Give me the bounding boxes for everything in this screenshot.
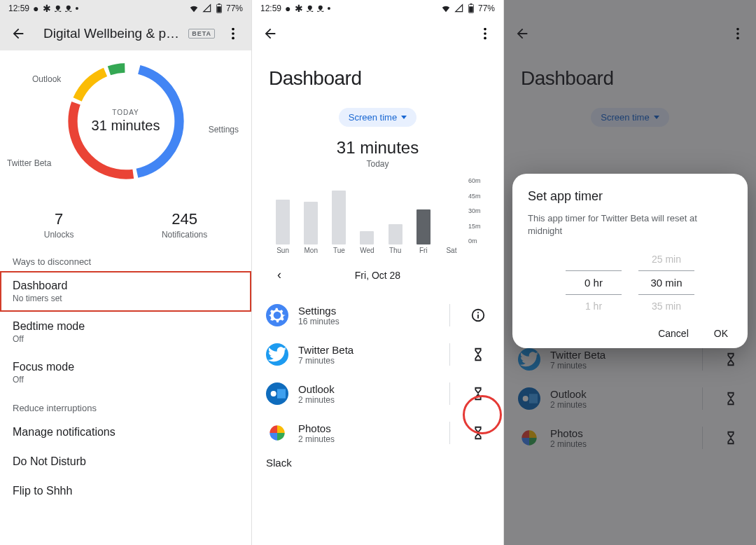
row-manage-notif[interactable]: Manage notifications (0, 418, 251, 447)
bar-thu[interactable] (388, 224, 402, 244)
date-nav: ‹ Fri, Oct 28 (252, 254, 503, 296)
row-dashboard[interactable]: Dashboard No timers set (0, 271, 251, 312)
dialog-desc: This app timer for Twitter Beta will res… (528, 212, 732, 237)
xlabel: Sat (438, 247, 465, 254)
app-row[interactable]: Photos2 minutes (252, 413, 503, 453)
svg-point-5 (232, 37, 234, 40)
annot-twitter: Twitter Beta (7, 158, 51, 168)
app-list: Settings16 minutesTwitter Beta7 minutesO… (252, 296, 503, 453)
picker-hours[interactable]: 0 hr 1 hr (566, 248, 622, 317)
row-focus[interactable]: Focus mode Off (0, 352, 251, 393)
xlabel: Sun (269, 247, 297, 254)
stat-notifications[interactable]: 245 Notifications (162, 210, 207, 240)
xlabel: Tue (325, 247, 353, 254)
annot-outlook: Outlook (32, 74, 61, 84)
battery-pct: 77% (478, 4, 495, 13)
info-button[interactable] (465, 303, 491, 328)
picker-minutes[interactable]: 25 min 30 min 35 min (638, 248, 694, 317)
more-icon: • (76, 4, 79, 13)
bar-fri[interactable] (416, 209, 430, 244)
back-button[interactable] (256, 20, 284, 48)
svg-rect-11 (470, 4, 472, 4)
app-name: Twitter Beta (298, 344, 434, 356)
svg-rect-20 (277, 389, 286, 398)
battery-pct: 77% (226, 4, 243, 13)
app-bar (252, 17, 503, 50)
svg-point-14 (484, 32, 486, 35)
svg-point-21 (271, 391, 276, 396)
app-icon (266, 304, 288, 326)
back-button[interactable] (4, 20, 32, 48)
timer-button[interactable] (465, 420, 491, 446)
donut-label: TODAY (112, 109, 139, 116)
donut-value: 31 minutes (92, 118, 160, 134)
bar-sun[interactable] (276, 200, 290, 244)
section-ways: Ways to disconnect (0, 247, 251, 271)
beta-badge: BETA (188, 29, 215, 39)
ok-button[interactable]: OK (710, 327, 732, 340)
ylabel: 15m (468, 223, 486, 230)
status-bar: 12:59 ● ✱ ᴥ ᴥ • 77% (0, 0, 251, 17)
divider (449, 382, 450, 405)
svg-rect-18 (477, 315, 479, 319)
app-row[interactable]: Outlook2 minutes (252, 374, 503, 413)
svg-point-15 (484, 37, 486, 40)
signal-icon (202, 4, 212, 13)
bar-mon[interactable] (304, 202, 318, 244)
metric-sub: Today (252, 159, 503, 169)
slack-icon: ✱ (43, 4, 51, 13)
app-icon: ᴥ (65, 4, 72, 13)
page-title: Dashboard (252, 50, 503, 95)
timer-button[interactable] (465, 381, 491, 406)
row-cutoff: Slack (252, 453, 503, 473)
battery-icon (216, 4, 223, 13)
svg-point-3 (232, 28, 234, 31)
set-timer-dialog: Set app timer This app timer for Twitter… (512, 174, 748, 348)
divider (449, 304, 450, 326)
usage-donut[interactable]: TODAY 31 minutes Outlook Settings Twitte… (0, 55, 251, 195)
divider (449, 343, 450, 366)
app-bar: Digital Wellbeing & pare... BETA (0, 17, 251, 50)
prev-day-button[interactable]: ‹ (273, 267, 286, 283)
stats-row: 7 Unlocks 245 Notifications (0, 195, 251, 247)
messenger-icon: ● (33, 4, 38, 13)
chip-screen-time[interactable]: Screen time (339, 108, 416, 127)
messenger-icon: ● (285, 4, 290, 13)
section-reduce: Reduce interruptions (0, 393, 251, 418)
svg-point-13 (484, 28, 486, 31)
status-bar: 12:59 ● ✱ ᴥ ᴥ • 77% (252, 0, 503, 17)
more-icon: • (328, 4, 331, 13)
bar-wed[interactable] (360, 231, 374, 244)
overflow-menu-button[interactable] (219, 20, 247, 48)
row-dnd[interactable]: Do Not Disturb (0, 447, 251, 476)
app-name: Photos (298, 422, 434, 434)
app-usage: 2 minutes (298, 395, 434, 405)
timer-button[interactable] (465, 342, 491, 367)
ylabel: 30m (468, 207, 486, 214)
wifi-icon (189, 4, 199, 13)
ylabel: 0m (468, 237, 486, 244)
wifi-icon (441, 4, 451, 13)
cancel-button[interactable]: Cancel (654, 327, 693, 340)
bar-tue[interactable] (332, 191, 346, 244)
app-icon: ᴥ (307, 4, 314, 13)
app-icon (266, 382, 288, 405)
app-icon (266, 343, 288, 366)
app-row[interactable]: Twitter Beta7 minutes (252, 335, 503, 374)
stat-unlocks[interactable]: 7 Unlocks (44, 210, 74, 240)
signal-icon (454, 4, 464, 13)
annot-settings: Settings (209, 125, 239, 134)
xlabel: Wed (353, 247, 381, 254)
usage-chart[interactable]: SunMonTueWedThuFriSat 60m45m30m15m0m (269, 177, 486, 254)
overflow-menu-button[interactable] (471, 20, 499, 48)
svg-point-4 (232, 32, 234, 35)
svg-point-17 (477, 312, 479, 313)
row-bedtime[interactable]: Bedtime mode Off (0, 312, 251, 352)
app-row[interactable]: Settings16 minutes (252, 296, 503, 335)
chevron-down-icon (401, 116, 407, 119)
svg-rect-2 (217, 6, 221, 12)
row-flip[interactable]: Flip to Shhh (0, 476, 251, 506)
xlabel: Thu (382, 247, 410, 254)
app-usage: 16 minutes (298, 317, 434, 326)
slack-icon: ✱ (295, 4, 303, 13)
